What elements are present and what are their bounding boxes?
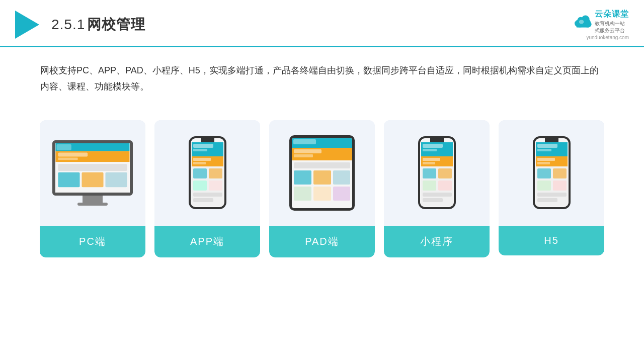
cards-container: PC端 [0, 105, 644, 267]
svg-rect-45 [313, 187, 331, 201]
monitor-base [77, 203, 108, 206]
svg-rect-69 [537, 162, 550, 164]
phone-illustration-h5 [533, 136, 571, 209]
svg-rect-30 [209, 180, 222, 191]
svg-rect-72 [553, 168, 567, 178]
svg-rect-44 [294, 187, 311, 201]
svg-rect-12 [58, 157, 77, 160]
svg-rect-19 [201, 138, 214, 142]
card-h5-image [499, 120, 604, 226]
monitor-stand [83, 196, 103, 203]
card-pad-image [269, 120, 375, 226]
svg-rect-60 [423, 193, 452, 197]
svg-rect-48 [430, 138, 444, 142]
svg-rect-40 [294, 162, 350, 168]
monitor-body [52, 140, 133, 196]
card-pad-label: PAD端 [269, 226, 375, 257]
logo-triangle-icon [15, 11, 39, 39]
svg-rect-68 [537, 158, 555, 161]
svg-rect-74 [553, 180, 567, 191]
card-pc: PC端 [40, 120, 145, 257]
svg-rect-22 [193, 149, 207, 151]
svg-rect-43 [333, 170, 350, 185]
svg-rect-54 [423, 162, 435, 164]
phone-body-app [189, 136, 226, 209]
card-pc-image [40, 120, 145, 226]
brand-block: 云朵课堂 教育机构一站 式服务云平台 yunduoketang.com [573, 9, 629, 40]
card-pad: PAD端 [269, 120, 375, 257]
card-h5: H5 [499, 120, 604, 255]
svg-rect-57 [438, 168, 452, 178]
svg-rect-24 [193, 158, 211, 161]
card-pc-label: PC端 [40, 226, 145, 257]
phone-illustration-miniapp [418, 136, 456, 209]
svg-rect-75 [537, 193, 567, 197]
svg-rect-15 [58, 172, 79, 187]
svg-rect-71 [537, 168, 551, 178]
svg-rect-46 [333, 187, 350, 201]
svg-rect-42 [313, 170, 331, 185]
svg-rect-11 [58, 152, 88, 156]
svg-rect-32 [193, 198, 213, 202]
card-app-image [154, 120, 260, 226]
card-app-label: APP端 [154, 226, 260, 257]
header: 2.5.1网校管理 云朵课堂 教育机构一站 式服务云平台 yunduoketan… [0, 0, 644, 47]
phone-body-h5 [533, 136, 571, 209]
svg-rect-28 [209, 168, 222, 178]
svg-rect-53 [423, 158, 440, 161]
tablet-illustration [289, 135, 355, 211]
card-miniapp-label: 小程序 [384, 226, 490, 257]
brand-row: 云朵课堂 教育机构一站 式服务云平台 [573, 9, 629, 34]
svg-rect-41 [294, 170, 311, 185]
svg-rect-59 [438, 180, 452, 191]
svg-rect-21 [193, 144, 213, 148]
svg-point-6 [579, 20, 584, 24]
phone-body-miniapp [418, 136, 456, 209]
svg-rect-14 [58, 164, 127, 171]
tablet-body [289, 135, 355, 211]
svg-rect-51 [423, 149, 437, 151]
monitor-illustration [52, 140, 133, 206]
svg-rect-73 [537, 180, 551, 191]
cloud-icon [573, 15, 593, 29]
svg-rect-37 [294, 149, 321, 153]
page-title: 2.5.1网校管理 [51, 15, 145, 34]
svg-rect-76 [537, 198, 557, 202]
svg-rect-35 [293, 139, 316, 144]
svg-rect-29 [193, 180, 207, 191]
svg-rect-38 [294, 154, 313, 157]
svg-rect-66 [537, 149, 551, 151]
header-left: 2.5.1网校管理 [15, 11, 145, 39]
svg-rect-31 [193, 193, 222, 197]
description-text: 网校支持PC、APP、PAD、小程序、H5，实现多端打通，产品各终端自由切换，数… [0, 47, 644, 100]
svg-rect-17 [105, 172, 127, 187]
svg-rect-9 [56, 144, 71, 150]
brand-text: 云朵课堂 教育机构一站 式服务云平台 [595, 9, 629, 34]
card-miniapp: 小程序 [384, 120, 490, 257]
svg-rect-65 [537, 144, 557, 148]
svg-rect-27 [193, 168, 207, 178]
svg-rect-58 [423, 180, 436, 191]
phone-illustration-app [189, 136, 226, 209]
svg-rect-56 [423, 168, 436, 178]
svg-rect-50 [423, 144, 443, 148]
card-miniapp-image [384, 120, 490, 226]
card-h5-label: H5 [499, 226, 604, 255]
svg-rect-25 [193, 162, 206, 164]
svg-rect-61 [423, 198, 443, 202]
svg-rect-63 [545, 138, 558, 142]
svg-rect-16 [82, 172, 103, 187]
card-app: APP端 [154, 120, 260, 257]
